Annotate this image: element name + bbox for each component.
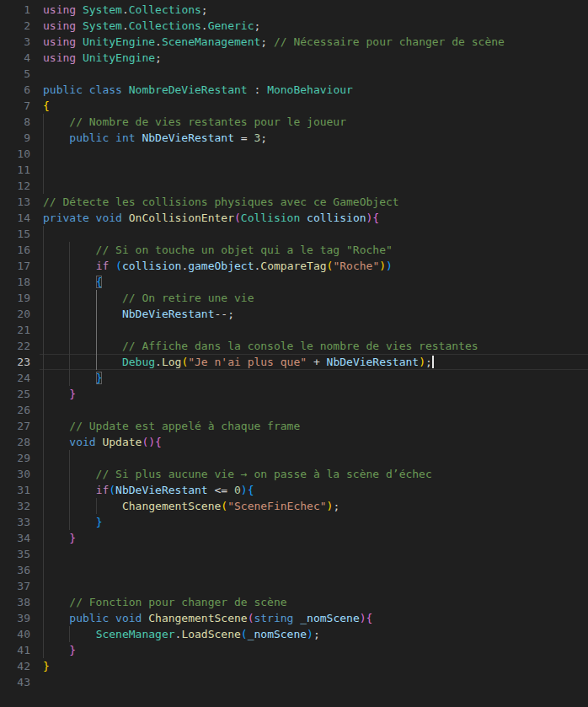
code-line[interactable]: 43	[0, 674, 588, 690]
code-text: private void OnCollisionEnter(Collision …	[43, 210, 379, 226]
line-number[interactable]: 15	[0, 226, 30, 242]
code-token: )	[419, 356, 425, 368]
line-number[interactable]: 27	[0, 418, 30, 434]
line-number[interactable]: 11	[0, 162, 30, 178]
code-line[interactable]: 21	[0, 322, 588, 338]
code-line[interactable]: 12	[0, 178, 588, 194]
line-number[interactable]: 12	[0, 178, 30, 194]
line-number[interactable]: 18	[0, 274, 30, 290]
line-number[interactable]: 31	[0, 482, 30, 498]
code-line[interactable]: 20 NbDeVieRestant--;	[0, 306, 588, 322]
code-line[interactable]: 42}	[0, 658, 588, 674]
code-line[interactable]: 17 if (collision.gameObject.CompareTag("…	[0, 258, 588, 274]
code-line[interactable]: 23 Debug.Log("Je n'ai plus que" + NbDeVi…	[0, 354, 588, 370]
code-line[interactable]: 32 ChangementScene("SceneFinEchec");	[0, 498, 588, 514]
indent-guide	[43, 578, 44, 594]
code-token: }	[43, 660, 50, 672]
code-editor[interactable]: 1using System.Collections;2using System.…	[0, 0, 588, 707]
line-number[interactable]: 33	[0, 514, 30, 530]
code-text: SceneManager.LoadScene(_nomScene);	[43, 626, 320, 642]
code-line[interactable]: 14private void OnCollisionEnter(Collisio…	[0, 210, 588, 226]
code-line[interactable]: 3using UnityEngine.SceneManagement; // N…	[0, 34, 588, 50]
code-line[interactable]: 34 }	[0, 530, 588, 546]
line-number[interactable]: 21	[0, 322, 30, 338]
code-line[interactable]: 36	[0, 562, 588, 578]
code-line[interactable]: 6public class NombreDeVieRestant : MonoB…	[0, 82, 588, 98]
code-token: // Affiche dans la console le nombre de …	[43, 340, 478, 352]
line-number[interactable]: 16	[0, 242, 30, 258]
line-number[interactable]: 1	[0, 2, 30, 18]
code-line[interactable]: 2using System.Collections.Generic;	[0, 18, 588, 34]
indent-guide	[43, 450, 44, 466]
line-number[interactable]: 34	[0, 530, 30, 546]
code-line[interactable]: 10	[0, 146, 588, 162]
line-number[interactable]: 6	[0, 82, 30, 98]
line-number[interactable]: 29	[0, 450, 30, 466]
code-line[interactable]: 29	[0, 450, 588, 466]
line-number[interactable]: 37	[0, 578, 30, 594]
line-number[interactable]: 19	[0, 290, 30, 306]
line-number[interactable]: 42	[0, 658, 30, 674]
code-line[interactable]: 40 SceneManager.LoadScene(_nomScene);	[0, 626, 588, 642]
code-line[interactable]: 28 void Update(){	[0, 434, 588, 450]
code-token: public void	[69, 612, 148, 624]
code-line[interactable]: 27 // Update est appelé à chaque frame	[0, 418, 588, 434]
code-token: using	[43, 35, 76, 48]
code-token: (){	[142, 436, 161, 448]
code-line[interactable]: 19 // On retire une vie	[0, 290, 588, 306]
code-line[interactable]: 39 public void ChangementScene(string _n…	[0, 610, 588, 626]
line-number[interactable]: 23	[0, 354, 30, 370]
code-line[interactable]: 22 // Affiche dans la console le nombre …	[0, 338, 588, 354]
line-number[interactable]: 7	[0, 98, 30, 114]
code-line[interactable]: 38 // Fonction pour changer de scène	[0, 594, 588, 610]
line-number[interactable]: 5	[0, 66, 30, 82]
line-number[interactable]: 20	[0, 306, 30, 322]
line-number[interactable]: 25	[0, 386, 30, 402]
code-line[interactable]: 35	[0, 546, 588, 562]
code-line[interactable]: 7{	[0, 98, 588, 114]
code-line[interactable]: 11	[0, 162, 588, 178]
code-line[interactable]: 15	[0, 226, 588, 242]
line-number[interactable]: 39	[0, 610, 30, 626]
code-line[interactable]: 26	[0, 402, 588, 418]
code-text: }	[43, 530, 76, 546]
line-number[interactable]: 24	[0, 370, 30, 386]
line-number[interactable]: 17	[0, 258, 30, 274]
line-number[interactable]: 9	[0, 130, 30, 146]
line-number[interactable]: 10	[0, 146, 30, 162]
line-number[interactable]: 13	[0, 194, 30, 210]
code-line[interactable]: 41 }	[0, 642, 588, 658]
line-number[interactable]: 3	[0, 34, 30, 50]
line-number[interactable]: 32	[0, 498, 30, 514]
code-line[interactable]: 16 // Si on touche un objet qui a le tag…	[0, 242, 588, 258]
code-line[interactable]: 13// Détecte les collisions physiques av…	[0, 194, 588, 210]
code-line[interactable]: 8 // Nombre de vies restantes pour le jo…	[0, 114, 588, 130]
line-number[interactable]: 8	[0, 114, 30, 130]
code-line[interactable]: 1using System.Collections;	[0, 2, 588, 18]
code-line[interactable]: 9 public int NbDeVieRestant = 3;	[0, 130, 588, 146]
line-number[interactable]: 40	[0, 626, 30, 642]
line-number[interactable]: 36	[0, 562, 30, 578]
code-line[interactable]: 5	[0, 66, 588, 82]
line-number[interactable]: 43	[0, 674, 30, 690]
line-number[interactable]: 28	[0, 434, 30, 450]
code-token: ;	[333, 500, 339, 512]
code-line[interactable]: 4using UnityEngine;	[0, 50, 588, 66]
code-line[interactable]: 24 }	[0, 370, 588, 386]
line-number[interactable]: 35	[0, 546, 30, 562]
line-number[interactable]: 2	[0, 18, 30, 34]
line-number[interactable]: 4	[0, 50, 30, 66]
code-line[interactable]: 25 }	[0, 386, 588, 402]
line-number[interactable]: 30	[0, 466, 30, 482]
code-line[interactable]: 18 {	[0, 274, 588, 290]
line-number[interactable]: 38	[0, 594, 30, 610]
code-line[interactable]: 30 // Si plus aucune vie → on passe à la…	[0, 466, 588, 482]
code-line[interactable]: 31 if(NbDeVieRestant <= 0){	[0, 482, 588, 498]
code-token: }	[96, 516, 103, 528]
line-number[interactable]: 14	[0, 210, 30, 226]
line-number[interactable]: 22	[0, 338, 30, 354]
code-line[interactable]: 37	[0, 578, 588, 594]
code-line[interactable]: 33 }	[0, 514, 588, 530]
line-number[interactable]: 41	[0, 642, 30, 658]
line-number[interactable]: 26	[0, 402, 30, 418]
